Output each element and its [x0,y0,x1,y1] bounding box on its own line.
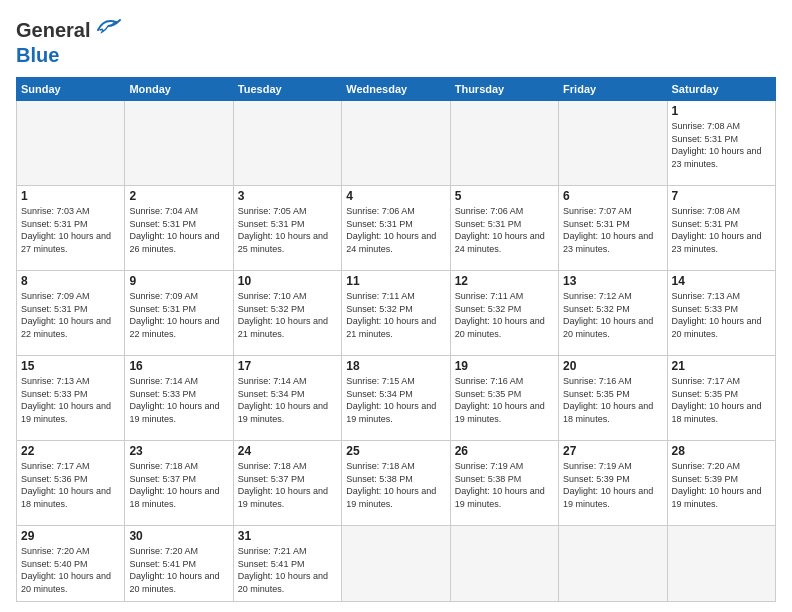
page: General Blue SundayMondayTuesdayWednesda [0,0,792,612]
calendar-cell-day: 1 Sunrise: 7:03 AMSunset: 5:31 PMDayligh… [17,185,125,270]
day-info: Sunrise: 7:12 AMSunset: 5:32 PMDaylight:… [563,290,662,340]
day-number: 9 [129,274,228,288]
day-info: Sunrise: 7:13 AMSunset: 5:33 PMDaylight:… [672,290,771,340]
day-info: Sunrise: 7:21 AMSunset: 5:41 PMDaylight:… [238,545,337,595]
calendar-cell-empty [233,101,341,186]
day-number: 5 [455,189,554,203]
calendar-cell-day: 7 Sunrise: 7:08 AMSunset: 5:31 PMDayligh… [667,185,775,270]
day-number: 7 [672,189,771,203]
day-info: Sunrise: 7:17 AMSunset: 5:35 PMDaylight:… [672,375,771,425]
day-info: Sunrise: 7:09 AMSunset: 5:31 PMDaylight:… [129,290,228,340]
day-number: 21 [672,359,771,373]
day-number: 8 [21,274,120,288]
calendar-header-thursday: Thursday [450,78,558,101]
calendar-cell-day: 9 Sunrise: 7:09 AMSunset: 5:31 PMDayligh… [125,270,233,355]
day-number: 14 [672,274,771,288]
logo-general: General [16,19,90,42]
day-number: 11 [346,274,445,288]
calendar-row: 1 Sunrise: 7:03 AMSunset: 5:31 PMDayligh… [17,185,776,270]
calendar-cell-empty [342,101,450,186]
day-info: Sunrise: 7:06 AMSunset: 5:31 PMDaylight:… [346,205,445,255]
calendar-cell-day: 23 Sunrise: 7:18 AMSunset: 5:37 PMDaylig… [125,440,233,525]
day-number: 1 [21,189,120,203]
day-info: Sunrise: 7:19 AMSunset: 5:38 PMDaylight:… [455,460,554,510]
calendar-cell-empty [450,101,558,186]
calendar-cell-empty [559,101,667,186]
day-number: 15 [21,359,120,373]
day-number: 22 [21,444,120,458]
calendar-row: 8 Sunrise: 7:09 AMSunset: 5:31 PMDayligh… [17,270,776,355]
day-number: 16 [129,359,228,373]
day-info: Sunrise: 7:14 AMSunset: 5:33 PMDaylight:… [129,375,228,425]
calendar-header-friday: Friday [559,78,667,101]
calendar-header-sunday: Sunday [17,78,125,101]
calendar-cell-day: 4 Sunrise: 7:06 AMSunset: 5:31 PMDayligh… [342,185,450,270]
calendar-cell-day: 21 Sunrise: 7:17 AMSunset: 5:35 PMDaylig… [667,355,775,440]
calendar-cell-day: 14 Sunrise: 7:13 AMSunset: 5:33 PMDaylig… [667,270,775,355]
calendar-cell-empty [667,525,775,601]
day-number: 4 [346,189,445,203]
day-number: 29 [21,529,120,543]
day-number: 3 [238,189,337,203]
calendar-cell-day: 26 Sunrise: 7:19 AMSunset: 5:38 PMDaylig… [450,440,558,525]
header: General Blue [16,16,776,67]
day-info: Sunrise: 7:10 AMSunset: 5:32 PMDaylight:… [238,290,337,340]
calendar-cell-day: 22 Sunrise: 7:17 AMSunset: 5:36 PMDaylig… [17,440,125,525]
day-info: Sunrise: 7:11 AMSunset: 5:32 PMDaylight:… [455,290,554,340]
calendar-cell-day: 12 Sunrise: 7:11 AMSunset: 5:32 PMDaylig… [450,270,558,355]
day-number: 17 [238,359,337,373]
calendar-header-row: SundayMondayTuesdayWednesdayThursdayFrid… [17,78,776,101]
calendar-cell-day: 31 Sunrise: 7:21 AMSunset: 5:41 PMDaylig… [233,525,341,601]
day-number: 13 [563,274,662,288]
day-info: Sunrise: 7:03 AMSunset: 5:31 PMDaylight:… [21,205,120,255]
calendar-cell-day: 2 Sunrise: 7:04 AMSunset: 5:31 PMDayligh… [125,185,233,270]
calendar-header-monday: Monday [125,78,233,101]
day-number: 12 [455,274,554,288]
calendar-cell-day: 15 Sunrise: 7:13 AMSunset: 5:33 PMDaylig… [17,355,125,440]
calendar-cell-day: 24 Sunrise: 7:18 AMSunset: 5:37 PMDaylig… [233,440,341,525]
day-number: 1 [672,104,771,118]
day-number: 28 [672,444,771,458]
day-number: 20 [563,359,662,373]
logo-bird-icon [94,16,122,44]
day-number: 31 [238,529,337,543]
day-info: Sunrise: 7:20 AMSunset: 5:41 PMDaylight:… [129,545,228,595]
day-number: 26 [455,444,554,458]
calendar-header-tuesday: Tuesday [233,78,341,101]
day-info: Sunrise: 7:04 AMSunset: 5:31 PMDaylight:… [129,205,228,255]
day-info: Sunrise: 7:20 AMSunset: 5:39 PMDaylight:… [672,460,771,510]
calendar-cell-day: 16 Sunrise: 7:14 AMSunset: 5:33 PMDaylig… [125,355,233,440]
day-info: Sunrise: 7:17 AMSunset: 5:36 PMDaylight:… [21,460,120,510]
day-number: 2 [129,189,228,203]
calendar-cell-day: 10 Sunrise: 7:10 AMSunset: 5:32 PMDaylig… [233,270,341,355]
calendar-cell-empty [17,101,125,186]
day-info: Sunrise: 7:13 AMSunset: 5:33 PMDaylight:… [21,375,120,425]
logo-blue: Blue [16,44,59,66]
day-number: 24 [238,444,337,458]
calendar-table: SundayMondayTuesdayWednesdayThursdayFrid… [16,77,776,602]
calendar-row: 22 Sunrise: 7:17 AMSunset: 5:36 PMDaylig… [17,440,776,525]
day-number: 19 [455,359,554,373]
day-number: 10 [238,274,337,288]
calendar-cell-day: 6 Sunrise: 7:07 AMSunset: 5:31 PMDayligh… [559,185,667,270]
calendar-cell-day: 17 Sunrise: 7:14 AMSunset: 5:34 PMDaylig… [233,355,341,440]
calendar-header-wednesday: Wednesday [342,78,450,101]
calendar-cell-day: 20 Sunrise: 7:16 AMSunset: 5:35 PMDaylig… [559,355,667,440]
day-info: Sunrise: 7:05 AMSunset: 5:31 PMDaylight:… [238,205,337,255]
day-number: 23 [129,444,228,458]
day-info: Sunrise: 7:16 AMSunset: 5:35 PMDaylight:… [455,375,554,425]
calendar-cell-day: 8 Sunrise: 7:09 AMSunset: 5:31 PMDayligh… [17,270,125,355]
day-info: Sunrise: 7:19 AMSunset: 5:39 PMDaylight:… [563,460,662,510]
calendar-cell-day: 13 Sunrise: 7:12 AMSunset: 5:32 PMDaylig… [559,270,667,355]
day-info: Sunrise: 7:15 AMSunset: 5:34 PMDaylight:… [346,375,445,425]
day-info: Sunrise: 7:20 AMSunset: 5:40 PMDaylight:… [21,545,120,595]
day-number: 25 [346,444,445,458]
calendar-cell-day: 11 Sunrise: 7:11 AMSunset: 5:32 PMDaylig… [342,270,450,355]
calendar-row: 1 Sunrise: 7:08 AMSunset: 5:31 PMDayligh… [17,101,776,186]
day-info: Sunrise: 7:08 AMSunset: 5:31 PMDaylight:… [672,205,771,255]
day-info: Sunrise: 7:18 AMSunset: 5:37 PMDaylight:… [129,460,228,510]
calendar-cell-day: 28 Sunrise: 7:20 AMSunset: 5:39 PMDaylig… [667,440,775,525]
day-info: Sunrise: 7:06 AMSunset: 5:31 PMDaylight:… [455,205,554,255]
calendar-cell-empty [125,101,233,186]
calendar-cell-day: 19 Sunrise: 7:16 AMSunset: 5:35 PMDaylig… [450,355,558,440]
